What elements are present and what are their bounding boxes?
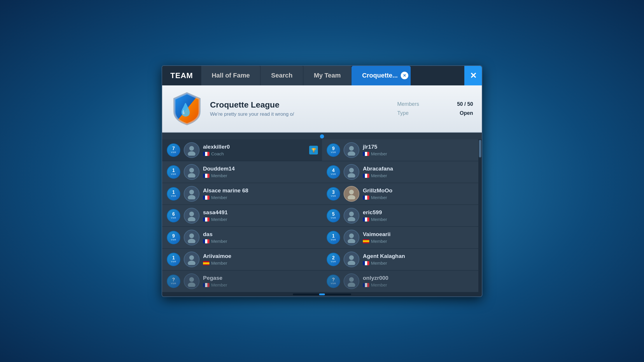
member-name: jlr175 <box>363 144 477 150</box>
member-row[interactable]: ? VSR onlyzr000 Member <box>322 270 482 292</box>
svg-point-8 <box>348 173 355 178</box>
svg-point-22 <box>188 261 195 265</box>
scroll-indicator <box>162 133 482 139</box>
member-details: Douddem14 Member <box>203 166 317 178</box>
flag-icon <box>203 261 209 265</box>
member-details: eric599 Member <box>363 209 477 222</box>
league-name: Croquette League <box>210 100 390 110</box>
league-shield: 💧 <box>171 91 203 126</box>
flag-icon <box>363 283 369 287</box>
member-name: Ariivaimoe <box>203 253 317 259</box>
member-row[interactable]: 1 VSR Douddem14 Member <box>162 161 322 183</box>
member-avatar <box>344 273 359 289</box>
member-name: onlyzr000 <box>363 275 477 281</box>
member-avatar <box>344 186 359 202</box>
vertical-scrollbar[interactable] <box>478 139 482 292</box>
member-row[interactable]: 9 VSR das Member <box>162 227 322 249</box>
member-avatar <box>344 164 359 180</box>
svg-point-27 <box>349 277 354 282</box>
member-name: sasa4491 <box>203 209 317 216</box>
svg-point-23 <box>349 255 354 260</box>
horizontal-scrollbar[interactable] <box>162 292 482 296</box>
member-name: Vaimoearii <box>363 231 477 238</box>
member-avatar <box>184 208 200 224</box>
flag-icon <box>203 152 209 156</box>
member-role: Member <box>203 261 317 266</box>
flag-icon <box>363 239 369 243</box>
rank-badge: 1 VSR <box>327 231 340 244</box>
coach-icon: 🏆 <box>309 146 318 154</box>
member-details: Vaimoearii Member <box>363 231 477 244</box>
members-value: 50 / 50 <box>457 101 473 107</box>
member-name: alexkiller0 <box>203 144 317 150</box>
member-role: Member <box>363 261 477 266</box>
rank-badge: 5 VSR <box>327 209 340 222</box>
member-row[interactable]: 5 VSR eric599 Member <box>322 205 482 227</box>
rank-badge: 7 VSR <box>167 143 180 157</box>
svg-point-6 <box>188 173 195 178</box>
member-row[interactable]: 7 VSR alexkiller0 Coach 🏆 <box>162 139 322 161</box>
member-role: Member <box>363 239 477 244</box>
member-avatar <box>184 186 200 202</box>
flag-icon <box>203 217 209 222</box>
members-label: Members <box>397 101 419 107</box>
svg-point-10 <box>188 195 195 199</box>
svg-point-5 <box>189 168 194 173</box>
svg-point-28 <box>348 282 355 287</box>
member-name: Pegase <box>203 275 317 281</box>
member-avatar <box>344 208 359 224</box>
svg-text:💧: 💧 <box>178 103 193 117</box>
member-name: GrillzMoOo <box>363 187 477 194</box>
member-row[interactable]: 2 VSR Agent Kalaghan Member <box>322 249 482 270</box>
member-row[interactable]: ? VSR Pegase Member <box>162 270 322 292</box>
rank-badge: 6 VSR <box>167 209 180 222</box>
modal-close-button[interactable]: ✕ <box>464 66 482 85</box>
scrollbar-track <box>293 294 351 295</box>
member-details: das Member <box>203 231 317 244</box>
member-role: Coach <box>203 151 317 156</box>
tab-my-team[interactable]: My Team <box>303 66 352 85</box>
member-list[interactable]: 7 VSR alexkiller0 Coach 🏆 9 <box>162 139 482 292</box>
member-details: onlyzr000 Member <box>363 275 477 287</box>
tab-croquette[interactable]: Croquette... ✕ <box>351 66 411 85</box>
modal-title: TEAM <box>170 71 193 80</box>
member-details: sasa4491 Member <box>203 209 317 222</box>
member-row[interactable]: 6 VSR sasa4491 Member <box>162 205 322 227</box>
svg-point-11 <box>349 190 354 194</box>
svg-point-24 <box>348 261 355 265</box>
type-label: Type <box>397 110 409 116</box>
member-row[interactable]: 9 VSR jlr175 Member <box>322 139 482 161</box>
svg-point-4 <box>348 151 355 156</box>
member-avatar <box>184 164 200 180</box>
member-name: Alsace marine 68 <box>203 187 317 194</box>
flag-icon <box>203 283 209 287</box>
tab-bar: TEAM Hall of Fame Search My Team Croquet… <box>162 66 482 85</box>
member-role: Member <box>363 282 477 287</box>
tab-hall-of-fame[interactable]: Hall of Fame <box>201 66 261 85</box>
member-row[interactable]: 1 VSR Ariivaimoe Member <box>162 249 322 270</box>
member-row[interactable]: 3 VSR GrillzMoOo Member <box>322 183 482 205</box>
rank-badge: ? VSR <box>167 275 180 288</box>
svg-point-3 <box>349 146 354 151</box>
svg-point-13 <box>189 212 194 216</box>
scroll-dot <box>320 134 324 138</box>
svg-point-1 <box>189 146 194 151</box>
svg-point-12 <box>348 195 355 199</box>
member-row[interactable]: 4 VSR Abracafana Member <box>322 161 482 183</box>
member-row[interactable]: 1 VSR Vaimoearii Member <box>322 227 482 249</box>
member-row[interactable]: 1 VSR Alsace marine 68 Member <box>162 183 322 205</box>
flag-icon <box>203 239 209 243</box>
member-grid: 7 VSR alexkiller0 Coach 🏆 9 <box>162 139 482 292</box>
member-role: Member <box>203 282 317 287</box>
rank-badge: ? VSR <box>327 275 340 288</box>
svg-point-21 <box>189 255 194 260</box>
rank-badge: 1 VSR <box>167 165 180 179</box>
member-role: Member <box>203 239 317 244</box>
member-role: Member <box>363 151 477 156</box>
member-details: alexkiller0 Coach <box>203 144 317 156</box>
tab-croquette-close[interactable]: ✕ <box>401 72 408 79</box>
type-stat: Type Open <box>397 110 473 116</box>
member-avatar <box>344 230 359 245</box>
tab-search[interactable]: Search <box>260 66 303 85</box>
member-role: Member <box>203 173 317 178</box>
